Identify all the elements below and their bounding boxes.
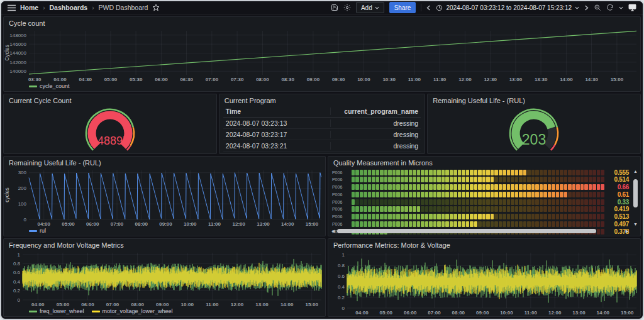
svg-text:cycles: cycles <box>4 187 10 202</box>
quality-cell <box>507 170 511 175</box>
quality-cell <box>531 214 535 219</box>
quality-row-value: 0.513 <box>608 213 629 220</box>
quality-cell <box>396 184 400 190</box>
zoom-out-icon[interactable] <box>594 4 601 11</box>
quality-cell <box>417 206 421 212</box>
scroll-left-icon[interactable]: ◀ <box>331 229 335 233</box>
quality-cell <box>572 214 576 219</box>
save-dashboard-icon[interactable] <box>331 4 338 11</box>
svg-text:142000: 142000 <box>9 60 26 65</box>
refresh-interval-chevron-icon[interactable] <box>619 6 623 9</box>
share-button[interactable]: Share <box>389 2 416 13</box>
panel-title-rul-gauge[interactable]: Remaining Useful Life - (RUL) <box>428 94 640 106</box>
panel-title-current-cycle-count[interactable]: Current Cycle Count <box>4 94 216 106</box>
add-button[interactable]: Add <box>356 2 384 13</box>
svg-text:06:00: 06:00 <box>81 302 94 307</box>
quality-cell <box>388 206 392 212</box>
quality-row-label: P006 <box>332 200 348 204</box>
quality-cell <box>466 192 470 197</box>
quality-cell <box>535 214 539 219</box>
quality-cell <box>482 184 486 190</box>
svg-text:05:30: 05:30 <box>130 77 143 82</box>
quality-cell <box>384 214 388 219</box>
quality-cell <box>552 214 555 219</box>
panel-title-freq-voltage[interactable]: Frequency and Motor Voltage Metrics <box>4 239 325 250</box>
quality-cell <box>507 184 511 190</box>
quality-cell <box>511 170 514 175</box>
quality-cell <box>409 199 413 205</box>
quality-cell <box>421 177 425 182</box>
quality-cell <box>360 214 364 219</box>
svg-text:0.6: 0.6 <box>13 270 21 275</box>
panel-title-current-program[interactable]: Current Program <box>219 94 425 106</box>
quality-cell <box>478 192 482 197</box>
breadcrumb-current-dashboard[interactable]: PWD Dashboard <box>99 4 148 11</box>
quality-cell <box>368 206 372 212</box>
time-range-forward-icon[interactable] <box>584 5 589 11</box>
quality-cell <box>572 199 576 205</box>
quality-cell <box>564 192 568 197</box>
legend-item[interactable]: rul <box>29 228 46 234</box>
quality-cell <box>384 199 388 205</box>
quality-cell <box>368 199 372 205</box>
quality-cell <box>531 177 535 182</box>
legend-item[interactable]: freq_lower_wheel <box>29 308 84 314</box>
quality-horizontal-scrollbar[interactable]: ◀ ▶ <box>331 228 629 234</box>
breadcrumb-dashboards[interactable]: Dashboards <box>50 4 88 11</box>
svg-text:13:30: 13:30 <box>535 77 548 82</box>
legend-item[interactable]: motor_voltage_lower_wheel <box>92 308 173 314</box>
quality-row: P0060.419 <box>332 206 629 212</box>
favorite-star-icon[interactable] <box>152 4 160 11</box>
panel-title-cycle-count[interactable]: Cycle count <box>4 17 640 28</box>
quality-cell <box>360 199 364 205</box>
quality-cell <box>576 206 580 212</box>
quality-cell <box>502 199 506 205</box>
quality-cell <box>584 170 588 175</box>
quality-cell <box>429 214 433 219</box>
time-range-picker[interactable]: 2024-08-07 03:23:12 to 2024-08-07 15:23:… <box>436 4 579 11</box>
column-header-program-name[interactable]: current_program_name <box>331 108 418 115</box>
quality-vertical-scrollbar[interactable]: ▲ ▼ <box>633 169 638 226</box>
quality-cell <box>372 192 375 197</box>
scroll-right-icon[interactable]: ▶ <box>626 229 629 233</box>
quality-cell <box>355 177 359 182</box>
cycle-count-legend: cycle_count <box>4 83 640 91</box>
quality-row: P0060.33 <box>332 199 629 205</box>
quality-cell <box>548 177 552 182</box>
quality-cell <box>445 192 449 197</box>
quality-cell <box>535 177 539 182</box>
quality-cell <box>519 170 523 175</box>
refresh-icon[interactable] <box>606 4 614 11</box>
quality-cell <box>392 221 396 227</box>
quality-cell <box>392 214 396 219</box>
time-range-back-icon[interactable] <box>426 5 431 11</box>
quality-cell <box>380 192 384 197</box>
breadcrumb-home[interactable]: Home <box>20 4 38 11</box>
svg-text:12:00: 12:00 <box>458 77 472 82</box>
panel-title-quality-microns[interactable]: Quality Measurement in Microns <box>328 157 640 168</box>
svg-text:12:00: 12:00 <box>233 221 246 227</box>
quality-cell <box>376 214 380 219</box>
scroll-down-icon[interactable]: ▼ <box>633 222 638 226</box>
quality-cell <box>523 192 527 197</box>
quality-cell <box>404 170 408 175</box>
legend-item[interactable]: cycle_count <box>29 83 70 89</box>
quality-cell <box>548 221 552 227</box>
quality-segment-bar <box>352 214 604 219</box>
column-header-time[interactable]: Time <box>226 108 331 115</box>
kiosk-mode-icon[interactable] <box>628 4 636 11</box>
quality-cell <box>396 199 400 205</box>
quality-segment-bar <box>352 199 604 205</box>
svg-text:08:00: 08:00 <box>256 77 269 82</box>
panel-title-rul-series[interactable]: Remaining Useful Life - (RUL) <box>4 157 325 168</box>
svg-text:0: 0 <box>341 306 345 311</box>
panel-title-performance[interactable]: Performance Metrics: Motor & Voltage <box>328 239 640 250</box>
quality-cell <box>441 170 445 175</box>
quality-cell <box>413 170 416 175</box>
svg-text:10:00: 10:00 <box>181 302 194 307</box>
dashboard-settings-gear-icon[interactable] <box>343 4 351 11</box>
svg-text:300: 300 <box>18 170 27 175</box>
scroll-up-icon[interactable]: ▲ <box>633 169 638 174</box>
quality-cell <box>360 221 364 227</box>
hamburger-menu-icon[interactable] <box>8 4 16 11</box>
